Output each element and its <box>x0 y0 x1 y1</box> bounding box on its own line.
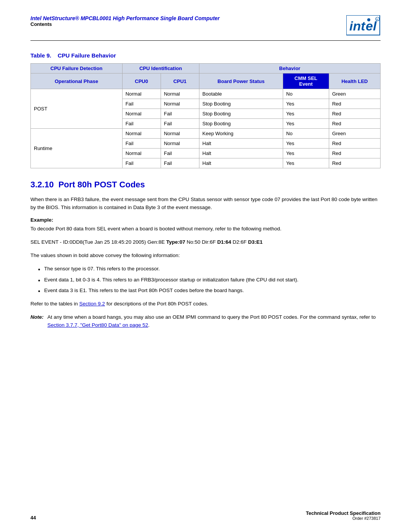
cpu0-cell: Normal <box>122 109 161 119</box>
cmm-sel-cell: Yes <box>283 158 329 168</box>
health-led-cell: Red <box>329 149 380 158</box>
cpu1-cell: Fail <box>161 149 199 158</box>
footer-order-number: Order #273817 <box>306 516 381 521</box>
cpu0-cell: Fail <box>122 139 161 149</box>
cpu1-cell: Fail <box>161 119 199 129</box>
page-header: Intel NetStructure® MPCBL0001 High Perfo… <box>30 15 381 41</box>
refer-text-1: Refer to the tables in <box>30 301 79 307</box>
sel-event-line: SEL EVENT - ID:0DD8(Tue Jan 25 18:45:20 … <box>30 238 381 246</box>
intel-logo: int el R <box>346 15 381 37</box>
cmm-sel-cell: Yes <box>283 139 329 149</box>
col-header-detection: CPU Failure Detection <box>31 64 123 73</box>
table-body: POSTNormalNormalBootableNoGreenFailNorma… <box>31 89 381 168</box>
footer-page-number: 44 <box>30 515 36 521</box>
sel-event-mid2: D2:6F <box>231 239 248 245</box>
sel-event-bold2: D1:64 <box>217 239 231 245</box>
phase-cell: Runtime <box>31 129 123 168</box>
note-text-2: . <box>148 322 150 328</box>
table-title: Table 9. CPU Failure Behavior <box>30 52 381 59</box>
phase-cell: POST <box>31 89 123 129</box>
board-power-cell: Stop Booting <box>199 119 283 129</box>
col-header-identification: CPU Identification <box>122 64 199 73</box>
cmm-sel-cell: No <box>283 129 329 139</box>
sel-event-mid1: No:50 Dir:6F <box>185 239 217 245</box>
cmm-sel-cell: Yes <box>283 119 329 129</box>
cpu0-cell: Normal <box>122 129 161 139</box>
note-label: Note: <box>30 313 44 329</box>
cpu1-cell: Fail <box>161 158 199 168</box>
board-power-cell: Stop Booting <box>199 99 283 109</box>
note-body: At any time when a board hangs, you may … <box>48 313 381 329</box>
cpu1-cell: Fail <box>161 109 199 119</box>
cpu1-cell: Normal <box>161 89 199 99</box>
cpu1-cell: Normal <box>161 139 199 149</box>
table-title-text: CPU Failure Behavior <box>57 52 116 59</box>
board-power-cell: Keep Working <box>199 129 283 139</box>
bullet-item: The sensor type is 07. This refers to th… <box>38 265 381 273</box>
header-subtitle: Contents <box>30 21 220 27</box>
sel-event-bold3: D3:E1 <box>248 239 263 245</box>
health-led-cell: Red <box>329 109 380 119</box>
board-power-cell: Halt <box>199 158 283 168</box>
cmm-sel-cell: Yes <box>283 99 329 109</box>
board-power-cell: Halt <box>199 149 283 158</box>
intel-logo-svg: int el R <box>346 15 381 36</box>
health-led-cell: Red <box>329 119 380 129</box>
health-led-cell: Green <box>329 89 380 99</box>
sel-event-prefix: SEL EVENT - ID:0DD8(Tue Jan 25 18:45:20 … <box>30 239 166 245</box>
cmm-sel-cell: Yes <box>283 109 329 119</box>
header-title: Intel NetStructure® MPCBL0001 High Perfo… <box>30 15 220 21</box>
header-left: Intel NetStructure® MPCBL0001 High Perfo… <box>30 15 220 27</box>
footer-right: Technical Product Specification Order #2… <box>306 510 381 521</box>
section-number: 3.2.10 <box>30 180 54 189</box>
table-row: POSTNormalNormalBootableNoGreen <box>31 89 381 99</box>
board-power-cell: Halt <box>199 139 283 149</box>
col-health-led: Health LED <box>329 73 380 89</box>
svg-text:int: int <box>349 19 366 33</box>
table-number: Table 9. <box>30 52 51 59</box>
example-label: Example: <box>30 217 381 223</box>
sel-event-bold1: Type:07 <box>166 239 185 245</box>
svg-text:el: el <box>366 19 377 33</box>
cmm-sel-cell: No <box>283 89 329 99</box>
cpu0-cell: Normal <box>122 149 161 158</box>
note-line: Note: At any time when a board hangs, yo… <box>30 313 381 329</box>
board-power-cell: Stop Booting <box>199 109 283 119</box>
footer-spec-title: Technical Product Specification <box>306 510 381 516</box>
note-text-1: At any time when a board hangs, you may … <box>48 314 376 320</box>
col-header-behavior: Behavior <box>199 64 380 73</box>
table-header-row-1: CPU Failure Detection CPU Identification… <box>31 64 381 73</box>
cpu0-cell: Fail <box>122 119 161 129</box>
refer-text: Refer to the tables in Section 9.2 for d… <box>30 300 381 308</box>
section-heading: 3.2.10 Port 80h POST Codes <box>30 180 381 190</box>
cpu0-cell: Fail <box>122 99 161 109</box>
col-cmm-sel: CMM SELEvent <box>283 73 329 89</box>
table-row: RuntimeNormalNormalKeep WorkingNoGreen <box>31 129 381 139</box>
section-title: Port 80h POST Codes <box>58 180 145 189</box>
table-section: Table 9. CPU Failure Behavior CPU Failur… <box>30 52 381 168</box>
page: Intel NetStructure® MPCBL0001 High Perfo… <box>0 0 411 532</box>
cmm-sel-cell: Yes <box>283 149 329 158</box>
cpu0-cell: Fail <box>122 158 161 168</box>
section-9-2-link[interactable]: Section 9.2 <box>79 301 105 307</box>
refer-text-2: for descriptions of the Port 80h POST co… <box>105 301 208 307</box>
bold-summary: The values shown in bold above convey th… <box>30 252 381 260</box>
intro-text: When there is an FRB3 failure, the event… <box>30 196 381 212</box>
cpu-failure-table: CPU Failure Detection CPU Identification… <box>30 63 381 168</box>
col-cpu1: CPU1 <box>161 73 199 89</box>
page-footer: 44 Technical Product Specification Order… <box>30 510 381 521</box>
example-body: To decode Port 80 data from SEL event wh… <box>30 225 381 233</box>
cpu0-cell: Normal <box>122 89 161 99</box>
col-operational-phase: Operational Phase <box>31 73 123 89</box>
bullet-item: Event data 1, bit 0-3 is 4. This refers … <box>38 276 381 284</box>
col-board-power: Board Power Status <box>199 73 283 89</box>
note-link[interactable]: Section 3.7.7, "Get Port80 Data" on page… <box>48 322 148 328</box>
health-led-cell: Red <box>329 158 380 168</box>
health-led-cell: Red <box>329 99 380 109</box>
svg-text:R: R <box>376 18 378 21</box>
svg-point-3 <box>367 18 370 21</box>
cpu1-cell: Normal <box>161 99 199 109</box>
bullet-item: Event data 3 is E1. This refers to the l… <box>38 287 381 295</box>
bullet-list: The sensor type is 07. This refers to th… <box>30 265 381 295</box>
cpu1-cell: Normal <box>161 129 199 139</box>
